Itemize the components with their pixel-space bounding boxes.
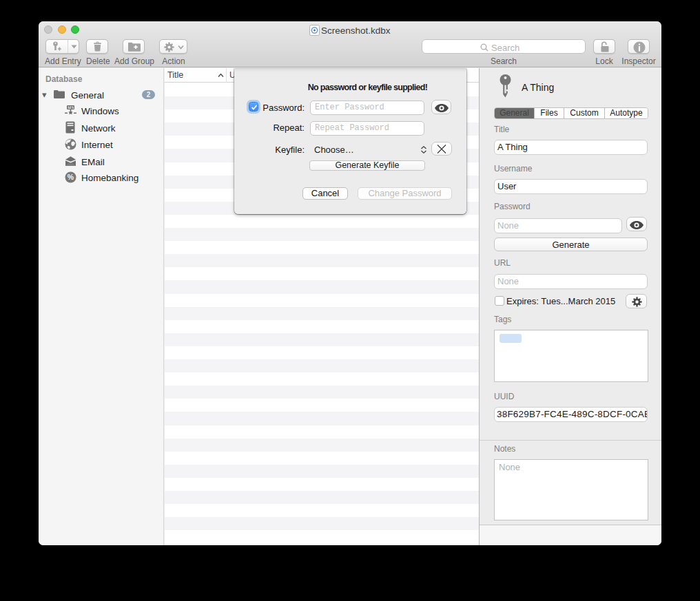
svg-text:%: % [68, 173, 74, 181]
